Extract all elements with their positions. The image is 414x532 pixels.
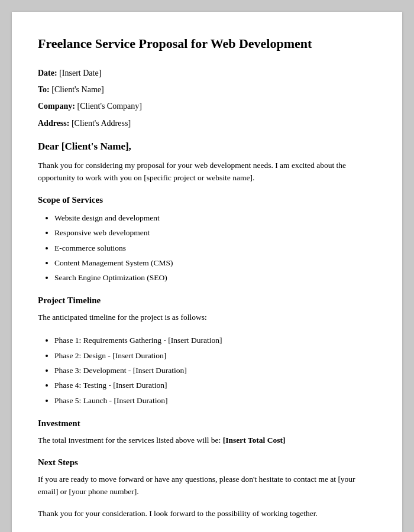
to-label: To: <box>38 85 50 94</box>
timeline-list: Phase 1: Requirements Gathering - [Inser… <box>54 333 376 407</box>
scope-heading: Scope of Services <box>38 195 376 205</box>
list-item: Phase 1: Requirements Gathering - [Inser… <box>54 333 376 348</box>
list-item: Phase 4: Testing - [Insert Duration] <box>54 378 376 392</box>
company-label: Company: <box>38 102 75 111</box>
document-title: Freelance Service Proposal for Web Devel… <box>38 35 376 53</box>
intro-paragraph: Thank you for considering my proposal fo… <box>38 160 376 184</box>
date-value: [Insert Date] <box>59 69 101 77</box>
investment-paragraph: The total investment for the services li… <box>38 434 376 447</box>
meta-address: Address: [Client's Address] <box>38 117 376 130</box>
list-item: Phase 2: Design - [Insert Duration] <box>54 349 376 363</box>
meta-date: Date: [Insert Date] <box>38 67 376 80</box>
meta-to: To: [Client's Name] <box>38 83 376 96</box>
list-item: E-commerce solutions <box>54 241 376 255</box>
scope-list: Website design and development Responsiv… <box>54 211 376 285</box>
list-item: Phase 3: Development - [Insert Duration] <box>54 364 376 378</box>
timeline-heading: Project Timeline <box>38 296 376 306</box>
address-value: [Client's Address] <box>72 119 131 128</box>
date-label: Date: <box>38 69 57 77</box>
to-value: [Client's Name] <box>51 85 104 94</box>
investment-heading: Investment <box>38 419 376 429</box>
document-container: Freelance Service Proposal for Web Devel… <box>12 12 402 532</box>
next-steps-paragraph1: If you are ready to move forward or have… <box>38 473 376 498</box>
list-item: Search Engine Optimization (SEO) <box>54 271 376 285</box>
investment-bold-value: [Insert Total Cost] <box>223 436 286 445</box>
list-item: Content Management System (CMS) <box>54 256 376 270</box>
list-item: Website design and development <box>54 211 376 225</box>
address-label: Address: <box>38 119 69 128</box>
investment-text-before: The total investment for the services li… <box>38 436 223 445</box>
next-steps-paragraph2: Thank you for your consideration. I look… <box>38 508 376 520</box>
list-item: Responsive web development <box>54 226 376 240</box>
timeline-intro: The anticipated timeline for the project… <box>38 312 376 324</box>
company-value: [Client's Company] <box>77 102 142 111</box>
salutation: Dear [Client's Name], <box>38 141 376 153</box>
meta-company: Company: [Client's Company] <box>38 100 376 113</box>
list-item: Phase 5: Launch - [Insert Duration] <box>54 394 376 408</box>
next-steps-heading: Next Steps <box>38 458 376 468</box>
